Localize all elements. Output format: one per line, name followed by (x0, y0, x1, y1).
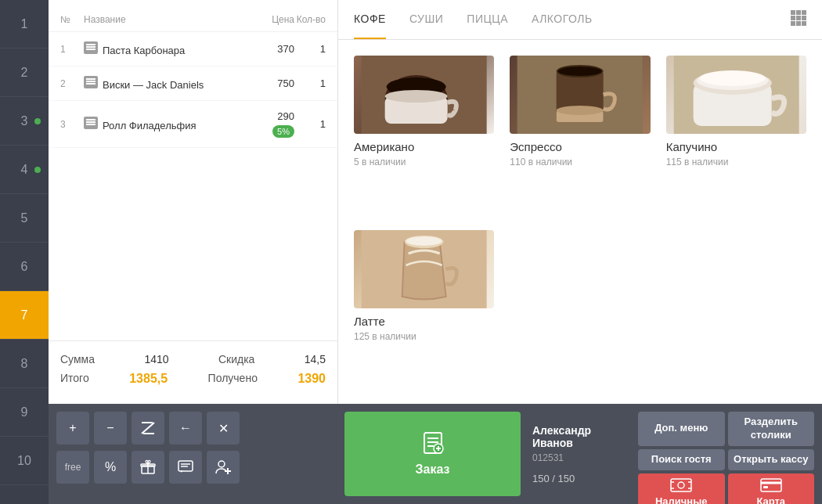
guest-id: 012531 (532, 452, 618, 463)
tab-kofe[interactable]: КОФЕ (354, 0, 386, 39)
svg-point-48 (678, 482, 684, 488)
menu-item-img-cappuccino (666, 56, 806, 134)
grid-icon[interactable] (791, 10, 806, 30)
svg-rect-7 (796, 21, 801, 26)
sidebar-item-label-6: 6 (21, 260, 28, 274)
minus-button[interactable]: − (94, 412, 127, 445)
row-qty-2: 1 (294, 77, 326, 89)
sidebar-item-label-3: 3 (21, 114, 28, 128)
discount-value: 14,5 (305, 353, 326, 365)
svg-rect-3 (791, 16, 795, 20)
sidebar-item-4[interactable]: 4 (0, 146, 49, 194)
svg-rect-55 (763, 486, 768, 488)
menu-item-stock-cappuccino: 115 в наличии (666, 157, 806, 167)
search-guest-button[interactable]: Поиск гостя (638, 449, 725, 470)
menu-panel: КОФЕ СУШИ ПИЦЦА АЛКОГОЛЬ (338, 0, 822, 404)
row-price-2: 750 (240, 77, 294, 89)
table-row[interactable]: 3 Ролл Филадельфия 290 5% 1 (49, 101, 337, 148)
menu-item-americano[interactable]: Американо 5 в наличии (354, 56, 494, 214)
discount-label: Скидка (218, 353, 254, 365)
note-icon-3 (84, 117, 98, 129)
sidebar: 1 2 3 4 5 6 7 8 9 10 (0, 0, 49, 504)
header-price: Цена (240, 14, 294, 25)
sidebar-item-label-2: 2 (21, 66, 28, 80)
plus-button[interactable]: + (56, 412, 89, 445)
svg-rect-0 (791, 10, 795, 15)
sidebar-item-7[interactable]: 7 (0, 291, 49, 340)
svg-point-13 (385, 90, 448, 103)
gift-button[interactable] (132, 451, 164, 484)
table-row[interactable]: 1 Паста Карбонара 370 1 (49, 32, 337, 67)
sidebar-item-label-7: 7 (21, 308, 28, 322)
sidebar-item-label-1: 1 (21, 17, 28, 31)
sidebar-item-2[interactable]: 2 (0, 49, 49, 97)
sidebar-item-8[interactable]: 8 (0, 340, 49, 388)
toolbar-right: Доп. меню Разделить столики Поиск гостя … (630, 404, 822, 504)
arrow-left-button[interactable]: ← (169, 412, 202, 445)
row-price-1: 370 (240, 43, 294, 55)
svg-line-28 (142, 423, 154, 434)
tab-sushi[interactable]: СУШИ (409, 0, 443, 39)
card-button[interactable]: Карта (728, 473, 815, 504)
menu-item-stock-espresso: 110 в наличии (510, 157, 650, 167)
menu-item-img-espresso (510, 56, 650, 134)
menu-item-name-latte: Латте (354, 315, 494, 328)
open-cashier-button[interactable]: Открыть кассу (728, 449, 815, 470)
dop-menu-button[interactable]: Доп. меню (638, 412, 725, 446)
discount-badge: 5% (272, 125, 294, 138)
guest-limit: 150 / 150 (532, 473, 618, 484)
close-button[interactable]: ✕ (207, 412, 240, 445)
table-row[interactable]: 2 Виски — Jack Daniels 750 1 (49, 67, 337, 101)
summary-total-row: Итого 1385,5 Получено 1390 (60, 372, 326, 386)
menu-item-name-cappuccino: Капучино (666, 140, 806, 153)
svg-point-17 (558, 67, 602, 76)
svg-rect-2 (802, 10, 806, 15)
sum-label: Сумма (60, 353, 95, 365)
sidebar-dot-3 (34, 118, 41, 124)
cash-button[interactable]: Наличные (638, 473, 725, 504)
sidebar-item-3[interactable]: 3 (0, 97, 49, 146)
order-button[interactable]: Заказ (344, 412, 521, 496)
card-icon: Карта (756, 477, 785, 504)
row-num-1: 1 (60, 44, 84, 55)
svg-rect-6 (791, 21, 795, 26)
sidebar-item-label-5: 5 (21, 211, 28, 225)
cash-icon: Наличные (655, 477, 708, 504)
percent-button[interactable]: % (94, 451, 127, 484)
menu-item-name-americano: Американо (354, 140, 494, 153)
sidebar-item-5[interactable]: 5 (0, 194, 49, 243)
add-guest-button[interactable] (207, 451, 240, 484)
svg-rect-8 (802, 21, 806, 26)
sidebar-item-1[interactable]: 1 (0, 0, 49, 49)
sidebar-item-10[interactable]: 10 (0, 437, 49, 485)
header-name: Название (84, 14, 240, 25)
toolbar-row-1: + − ← ✕ (56, 412, 330, 445)
menu-item-cappuccino[interactable]: Капучино 115 в наличии (666, 56, 806, 214)
received-value: 1390 (297, 372, 326, 386)
bottom-toolbar: + − ← ✕ free % (49, 404, 822, 504)
menu-item-latte[interactable]: Латте 125 в наличии (354, 230, 494, 389)
row-price-3: 290 5% (240, 110, 294, 138)
tab-pizza[interactable]: ПИЦЦА (467, 0, 508, 39)
summary-sum-row: Сумма 1410 Скидка 14,5 (60, 353, 326, 365)
menu-item-img-latte (354, 230, 494, 308)
row-num-3: 3 (60, 119, 84, 130)
comment-button[interactable] (169, 451, 202, 484)
svg-rect-47 (671, 479, 691, 491)
menu-item-name-espresso: Эспрессо (510, 140, 650, 153)
discount-button[interactable] (132, 412, 164, 445)
split-tables-button[interactable]: Разделить столики (728, 412, 815, 446)
sidebar-item-label-9: 9 (21, 405, 28, 419)
sidebar-item-9[interactable]: 9 (0, 388, 49, 437)
total-value: 1385,5 (129, 372, 168, 386)
guest-name: Александр Иванов (532, 424, 618, 449)
menu-item-stock-latte: 125 в наличии (354, 331, 494, 342)
toolbar-row-2: free % (56, 451, 330, 484)
tab-alkohol[interactable]: АЛКОГОЛЬ (532, 0, 593, 39)
note-icon-1 (84, 41, 98, 54)
sidebar-item-6[interactable]: 6 (0, 243, 49, 291)
menu-item-espresso[interactable]: Эспрессо 110 в наличии (510, 56, 650, 214)
sidebar-item-label-10: 10 (17, 454, 31, 468)
free-button[interactable]: free (56, 451, 89, 484)
sidebar-item-label-8: 8 (21, 357, 28, 371)
